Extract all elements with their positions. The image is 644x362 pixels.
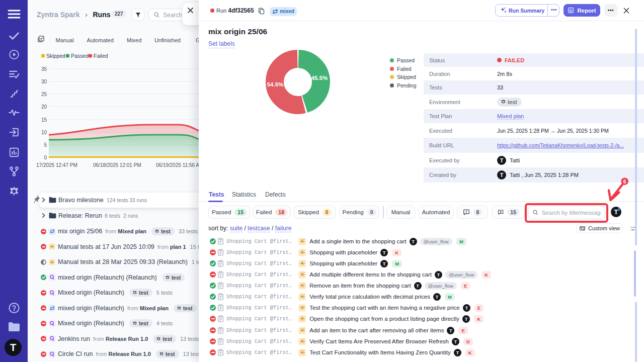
- svg-text:0: 0: [44, 155, 47, 160]
- svg-text:20: 20: [41, 104, 47, 110]
- svg-text:30: 30: [41, 79, 47, 84]
- svg-text:17/2025 12:47 PM: 17/2025 12:47 PM: [36, 162, 77, 168]
- svg-text:54.5%: 54.5%: [267, 81, 284, 87]
- svg-text:5: 5: [44, 142, 47, 148]
- svg-text:06/19/2025 11:56 AM: 06/19/2025 11:56 AM: [156, 162, 199, 168]
- svg-text:10: 10: [41, 130, 47, 135]
- svg-text:25: 25: [41, 92, 47, 97]
- svg-text:35: 35: [41, 66, 47, 72]
- svg-text:45.5%: 45.5%: [311, 75, 328, 81]
- svg-text:15: 15: [41, 117, 47, 123]
- svg-text:Skipped: Skipped: [46, 53, 65, 59]
- svg-text:Failed: Failed: [94, 53, 108, 59]
- svg-text:6: 6: [623, 178, 626, 185]
- svg-text:Passed: Passed: [71, 53, 89, 59]
- svg-text:06/18/2025 12:01 PM: 06/18/2025 12:01 PM: [93, 162, 141, 168]
